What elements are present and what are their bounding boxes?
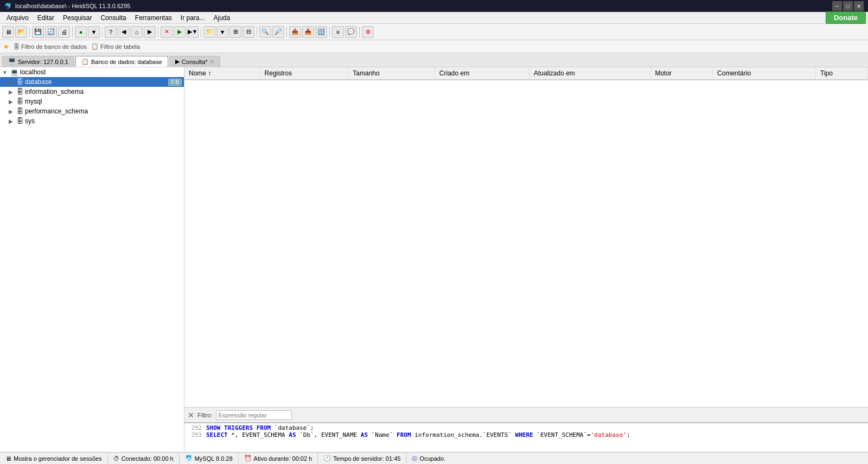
tab-server[interactable]: 🖥️ Servidor: 127.0.0.1 xyxy=(2,56,74,67)
menu-pesquisar[interactable]: Pesquisar xyxy=(59,13,96,23)
db-filter-item: 🗄 Filtro de banco de dados xyxy=(14,43,87,50)
export-button[interactable]: 📤 xyxy=(289,26,301,38)
new-session-button[interactable]: 🖥 xyxy=(2,26,14,38)
tab-query[interactable]: ▶ Consulta* ✕ xyxy=(169,56,220,67)
toolbar-separator-6 xyxy=(257,27,257,37)
open-file-button[interactable]: 📁 xyxy=(203,26,215,38)
database-label: database xyxy=(25,78,167,86)
localhost-label: localhost xyxy=(20,68,182,76)
table-filter-icon: 📋 xyxy=(91,43,99,50)
prev-button[interactable]: ◀ xyxy=(118,26,130,38)
stop-button[interactable]: ✕ xyxy=(161,26,173,38)
format-button[interactable]: ≡ xyxy=(332,26,344,38)
mysql-icon: 🗄 xyxy=(17,98,23,105)
menu-ferramentas[interactable]: Ferramentas xyxy=(131,13,176,23)
disconnect-button[interactable]: ⊗ xyxy=(362,26,374,38)
log-line-292: 292 SHOW TRIGGERS FROM `database`; xyxy=(187,424,866,431)
home-button[interactable]: ⌂ xyxy=(131,26,143,38)
db-filter-label: Filtro de banco de dados xyxy=(21,43,87,50)
comment-button[interactable]: 💬 xyxy=(345,26,357,38)
occupied-dot xyxy=(412,456,417,461)
mysql-icon: 🐬 xyxy=(185,455,193,462)
data-grid[interactable]: Nome ↑ Registros Tamanho Criado em xyxy=(184,67,868,407)
col-atualizado-em[interactable]: Atualizado em xyxy=(529,67,650,80)
close-button[interactable]: ✕ xyxy=(854,1,864,11)
col-registros[interactable]: Registros xyxy=(260,67,348,80)
search-button[interactable]: 🔍 xyxy=(259,26,271,38)
open-folder-button[interactable]: 📂 xyxy=(15,26,27,38)
status-connected: ⏱ Conectado: 00:00 h xyxy=(108,453,180,464)
next-button[interactable]: ▶ xyxy=(144,26,156,38)
tree-perf-expand-icon: ▶ xyxy=(9,109,15,115)
tree-item-mysql[interactable]: ▶ 🗄 mysql xyxy=(0,97,184,106)
database-size-badge: 0 B xyxy=(168,79,182,86)
perf-schema-icon: 🗄 xyxy=(17,107,23,115)
server-time-label: Tempo de servidor: 01:45 xyxy=(333,455,400,462)
tab-query-label: Consulta* xyxy=(182,59,208,65)
minimize-button[interactable]: ─ xyxy=(832,1,842,11)
filter-label: Filtro: xyxy=(197,412,213,418)
status-session-manager[interactable]: 🖥 Mostra o gerenciador de sessões xyxy=(0,453,108,464)
tree-item-information-schema[interactable]: ▶ 🗄 information_schema xyxy=(0,87,184,97)
sys-icon: 🗄 xyxy=(17,117,23,125)
tab-database-label: Banco de dados: database xyxy=(91,59,162,65)
tree-mysql-expand-icon: ▶ xyxy=(9,99,15,105)
run-button[interactable]: ▶ xyxy=(174,26,186,38)
tree-item-performance-schema[interactable]: ▶ 🗄 performance_schema xyxy=(0,106,184,116)
connect-button[interactable]: ● xyxy=(75,26,87,38)
localhost-icon: 💻 xyxy=(10,68,18,76)
menu-editar[interactable]: Editar xyxy=(33,13,59,23)
filter-row: ✕ Filtro: xyxy=(184,407,868,422)
filter-bar: ★ 🗄 Filtro de banco de dados 📋 Filtro de… xyxy=(0,40,868,53)
star-icon: ★ xyxy=(3,43,9,50)
filter-input[interactable] xyxy=(216,410,292,420)
connect-arrow-button[interactable]: ▼ xyxy=(88,26,100,38)
tree-item-sys[interactable]: ▶ 🗄 sys xyxy=(0,116,184,126)
table-filter-item: 📋 Filtro de tabela xyxy=(91,43,140,50)
counter-button[interactable]: 🔢 xyxy=(315,26,327,38)
log-line-293: 293 SELECT *, EVENT_SCHEMA AS `Db`, EVEN… xyxy=(187,431,866,438)
tab-database[interactable]: 📋 Banco de dados: database xyxy=(75,56,168,67)
menu-ajuda[interactable]: Ajuda xyxy=(209,13,235,23)
tree-expand-icon: ▼ xyxy=(2,69,9,75)
mysql-label: mysql xyxy=(25,98,182,105)
filter-close-button[interactable]: ✕ xyxy=(188,411,194,419)
occupied-label: Ocupado. xyxy=(419,455,445,462)
uptime-icon: ⏰ xyxy=(244,455,252,462)
schema-button[interactable]: ⊞ xyxy=(229,26,241,38)
donate-button[interactable]: Donate xyxy=(826,11,866,24)
col-comentario[interactable]: Comentário xyxy=(713,67,816,80)
print-button[interactable]: 🖨 xyxy=(58,26,70,38)
run-arrow-button[interactable]: ▶▼ xyxy=(187,26,199,38)
menu-consulta[interactable]: Consulta xyxy=(96,13,130,23)
session-manager-icon: 🖥 xyxy=(5,455,11,462)
info-schema-icon: 🗄 xyxy=(17,88,23,96)
help-button[interactable]: ? xyxy=(105,26,117,38)
title-bar: 🐬 localhost\database\ - HeidiSQL 11.3.0.… xyxy=(0,0,868,12)
menu-bar: Arquivo Editar Pesquisar Consulta Ferram… xyxy=(0,12,868,24)
connected-label: Conectado: 00:00 h xyxy=(122,455,174,462)
import-button[interactable]: 📥 xyxy=(302,26,314,38)
col-criado-em[interactable]: Criado em xyxy=(435,67,529,80)
db-filter-icon: 🗄 xyxy=(14,43,20,50)
log-num-292: 292 xyxy=(187,424,202,431)
col-motor[interactable]: Motor xyxy=(650,67,713,80)
search2-button[interactable]: 🔎 xyxy=(272,26,284,38)
reload-button[interactable]: 🔄 xyxy=(45,26,57,38)
toolbar-separator-5 xyxy=(201,27,201,37)
save-button[interactable]: 💾 xyxy=(32,26,44,38)
tree-root-localhost[interactable]: ▼ 💻 localhost xyxy=(0,67,184,77)
title-bar-controls[interactable]: ─ □ ✕ xyxy=(832,1,864,11)
schema2-button[interactable]: ⊟ xyxy=(242,26,254,38)
col-tipo[interactable]: Tipo xyxy=(816,67,868,80)
tree-item-database[interactable]: ▶ 🗄 database 0 B xyxy=(0,77,184,87)
col-tamanho[interactable]: Tamanho xyxy=(348,67,435,80)
col-nome[interactable]: Nome ↑ xyxy=(184,67,260,80)
tab-close-icon[interactable]: ✕ xyxy=(210,59,214,65)
menu-ir-para[interactable]: Ir para... xyxy=(176,13,209,23)
tree-info-expand-icon: ▶ xyxy=(9,89,15,95)
menu-arquivo[interactable]: Arquivo xyxy=(2,13,33,23)
tab-bar: 🖥️ Servidor: 127.0.0.1 📋 Banco de dados:… xyxy=(0,53,868,67)
open-file-arrow-button[interactable]: ▼ xyxy=(216,26,228,38)
maximize-button[interactable]: □ xyxy=(843,1,853,11)
